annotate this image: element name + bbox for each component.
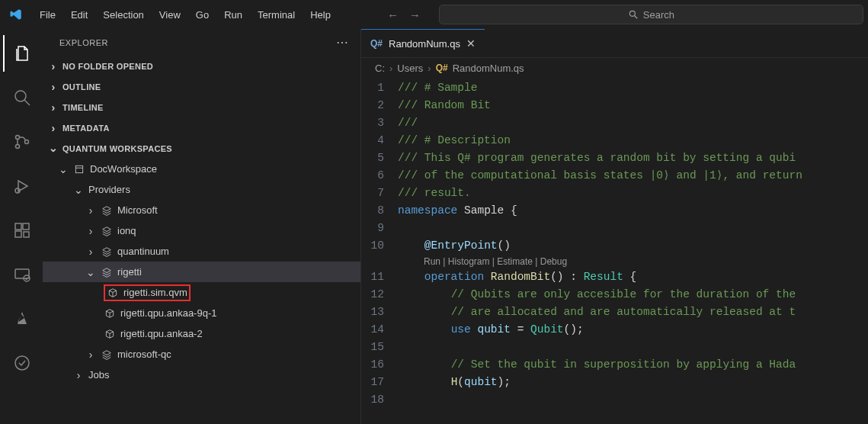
activity-remote-icon[interactable] xyxy=(3,256,40,293)
code-text: /// This Q# program generates a random b… xyxy=(398,152,796,164)
breadcrumb[interactable]: C: › Users › Q# RandomNum.qs xyxy=(361,58,868,78)
vscode-logo-icon xyxy=(9,8,23,21)
menu-terminal[interactable]: Terminal xyxy=(250,5,303,25)
section-quantum-workspaces[interactable]: ⌄ QUANTUM WORKSPACES xyxy=(43,138,360,159)
menu-view[interactable]: View xyxy=(152,5,188,25)
line-number: 4 xyxy=(361,132,398,149)
qsharp-icon: Q# xyxy=(370,38,383,49)
provider-label: Microsoft xyxy=(117,204,158,216)
close-icon[interactable]: ✕ xyxy=(466,37,476,50)
line-number: 14 xyxy=(361,321,398,339)
code-text: // Set the qubit in superposition by app… xyxy=(451,358,796,371)
menu-file[interactable]: File xyxy=(32,5,63,25)
code-text: /// # Sample xyxy=(398,82,477,94)
activity-extensions-icon[interactable] xyxy=(3,212,40,249)
workspace-label: DocWorkspace xyxy=(90,163,157,175)
provider-rigetti[interactable]: ⌄ rigetti xyxy=(43,262,360,282)
line-number: 16 xyxy=(361,356,398,374)
workspace-node[interactable]: ⌄ DocWorkspace xyxy=(43,159,360,179)
line-number: 1 xyxy=(361,79,398,97)
section-label: QUANTUM WORKSPACES xyxy=(62,144,172,153)
codelens-text[interactable]: Run | Histogram | Estimate | Debug xyxy=(396,256,567,267)
chevron-right-icon: › xyxy=(428,63,431,74)
menu-help[interactable]: Help xyxy=(303,5,338,25)
code-text: { xyxy=(623,271,636,283)
menu-edit[interactable]: Edit xyxy=(63,5,95,25)
explorer-header: EXPLORER ⋯ xyxy=(43,29,360,56)
svg-rect-9 xyxy=(23,223,29,230)
code-editor[interactable]: 1/// # Sample 2/// Random Bit 3/// 4/// … xyxy=(361,78,868,424)
code-text: // Qubits are only accesible for the dur… xyxy=(451,288,796,300)
chevron-down-icon: ⌄ xyxy=(58,163,69,175)
explorer-more-icon[interactable]: ⋯ xyxy=(336,35,349,50)
menu-selection[interactable]: Selection xyxy=(95,5,151,25)
search-placeholder-text: Search xyxy=(643,9,674,21)
code-text: = xyxy=(517,323,530,336)
jobs-label: Jobs xyxy=(88,369,109,381)
svg-point-5 xyxy=(16,145,20,149)
layers-icon xyxy=(101,246,113,258)
cube-icon xyxy=(104,307,116,320)
chevron-right-icon: › xyxy=(85,225,96,237)
nav-forward-icon[interactable]: → xyxy=(409,8,421,21)
code-text: use xyxy=(451,323,471,336)
target-rigetti-ankaa-2[interactable]: rigetti.qpu.ankaa-2 xyxy=(43,323,360,344)
activity-explorer-icon[interactable] xyxy=(3,35,40,72)
line-number: 15 xyxy=(361,339,398,356)
jobs-node[interactable]: › Jobs xyxy=(43,365,360,385)
svg-point-6 xyxy=(25,140,29,144)
svg-line-1 xyxy=(635,16,638,19)
section-outline[interactable]: › OUTLINE xyxy=(43,76,360,97)
layers-icon xyxy=(101,349,113,361)
codelens[interactable]: Run | Histogram | Estimate | Debug xyxy=(361,255,868,268)
code-text: { xyxy=(511,204,517,217)
target-rigetti-ankaa-9q-1[interactable]: rigetti.qpu.ankaa-9q-1 xyxy=(43,303,360,323)
chevron-right-icon: › xyxy=(47,122,59,134)
line-number: 5 xyxy=(361,149,398,167)
menu-run[interactable]: Run xyxy=(216,5,250,25)
provider-label: ionq xyxy=(117,225,136,236)
breadcrumb-file[interactable]: RandomNum.qs xyxy=(453,63,524,74)
section-metadata[interactable]: › METADATA xyxy=(43,117,360,138)
menu-go[interactable]: Go xyxy=(188,5,216,25)
breadcrumb-c[interactable]: C: xyxy=(375,63,385,74)
section-label: OUTLINE xyxy=(62,82,101,92)
explorer-title: EXPLORER xyxy=(59,38,108,47)
providers-node[interactable]: ⌄ Providers xyxy=(43,179,360,200)
code-text: qubit xyxy=(464,376,498,388)
provider-quantinuum[interactable]: › quantinuum xyxy=(43,241,360,262)
quantum-tree: ⌄ DocWorkspace ⌄ Providers › Microsoft ›… xyxy=(43,159,360,385)
activity-source-control-icon[interactable] xyxy=(3,124,40,160)
tab-randomnum[interactable]: Q# RandomNum.qs ✕ xyxy=(361,29,485,57)
tab-bar: Q# RandomNum.qs ✕ xyxy=(361,29,868,58)
chevron-right-icon: › xyxy=(47,101,59,114)
line-number: 3 xyxy=(361,114,398,132)
provider-ionq[interactable]: › ionq xyxy=(43,220,360,241)
workspace-icon xyxy=(73,163,85,175)
svg-point-2 xyxy=(15,91,26,101)
breadcrumb-users[interactable]: Users xyxy=(397,63,423,74)
chevron-right-icon: › xyxy=(47,81,59,93)
activity-testing-icon[interactable] xyxy=(3,345,40,381)
line-number: 9 xyxy=(361,220,398,237)
target-rigetti-sim-qvm[interactable]: rigetti.sim.qvm xyxy=(43,282,360,303)
provider-label: rigetti xyxy=(117,266,142,278)
code-text: @EntryPoint xyxy=(424,239,498,252)
activity-search-icon[interactable] xyxy=(3,79,40,116)
chevron-right-icon: › xyxy=(73,369,84,381)
provider-microsoft-qc[interactable]: › microsoft-qc xyxy=(43,344,360,365)
chevron-right-icon: › xyxy=(85,349,96,361)
nav-arrows: ← → xyxy=(387,8,421,21)
provider-microsoft[interactable]: › Microsoft xyxy=(43,200,360,220)
section-no-folder[interactable]: › NO FOLDER OPENED xyxy=(43,56,360,76)
nav-back-icon[interactable]: ← xyxy=(387,8,399,21)
activity-debug-icon[interactable] xyxy=(3,168,40,204)
code-text: RandomBit xyxy=(484,271,550,283)
line-number: 7 xyxy=(361,185,398,202)
code-text: /// xyxy=(398,117,418,129)
code-text: () : xyxy=(550,271,584,283)
activity-azure-icon[interactable] xyxy=(3,300,40,337)
command-search[interactable]: Search xyxy=(439,5,863,24)
section-timeline[interactable]: › TIMELINE xyxy=(43,97,360,117)
line-number: 8 xyxy=(361,202,398,220)
